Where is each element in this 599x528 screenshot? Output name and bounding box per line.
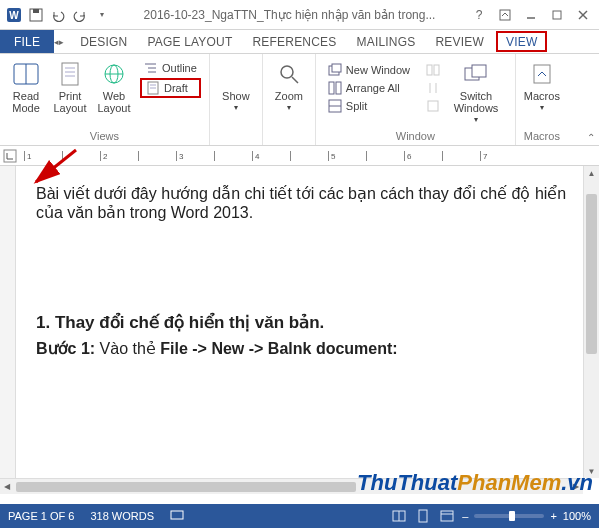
group-macros: Macros ▾ Macros bbox=[516, 54, 568, 145]
outline-label: Outline bbox=[162, 62, 197, 74]
svg-rect-27 bbox=[332, 64, 341, 72]
scroll-thumb-horizontal[interactable] bbox=[16, 482, 356, 492]
svg-rect-43 bbox=[419, 510, 427, 522]
collapse-ribbon-icon[interactable]: ⌃ bbox=[587, 132, 595, 143]
statusbar-web-layout-icon[interactable] bbox=[438, 507, 456, 525]
status-bar: PAGE 1 OF 6 318 WORDS – + 100% bbox=[0, 504, 599, 528]
ribbon-display-options-icon[interactable] bbox=[493, 5, 517, 25]
save-icon[interactable] bbox=[26, 5, 46, 25]
svg-rect-37 bbox=[534, 65, 550, 83]
print-layout-icon bbox=[59, 60, 81, 88]
step-text: Vào thẻ bbox=[95, 340, 160, 357]
print-layout-button[interactable]: Print Layout bbox=[48, 56, 92, 128]
svg-rect-29 bbox=[336, 82, 341, 94]
show-button[interactable]: Show ▾ bbox=[214, 56, 258, 140]
zoom-button[interactable]: Zoom ▾ bbox=[267, 56, 311, 140]
tab-mailings[interactable]: MAILINGS bbox=[347, 30, 426, 53]
step-label: Bước 1: bbox=[36, 340, 95, 357]
statusbar-print-layout-icon[interactable] bbox=[414, 507, 432, 525]
vertical-ruler[interactable] bbox=[0, 166, 16, 488]
ribbon: Read Mode Print Layout Web Layout Outlin… bbox=[0, 54, 599, 146]
horizontal-ruler[interactable]: 1234567 bbox=[0, 146, 599, 166]
customize-qat-dropdown[interactable]: ▾ bbox=[92, 5, 112, 25]
undo-icon[interactable] bbox=[48, 5, 68, 25]
close-icon[interactable] bbox=[571, 5, 595, 25]
new-window-button[interactable]: New Window bbox=[324, 62, 414, 78]
svg-rect-11 bbox=[62, 63, 78, 85]
svg-rect-34 bbox=[428, 101, 438, 111]
status-page[interactable]: PAGE 1 OF 6 bbox=[8, 510, 74, 522]
zoom-label: Zoom bbox=[275, 90, 303, 102]
document-title: 2016-10-23_NgaTTN_Thực hiện nhập văn bản… bbox=[112, 8, 467, 22]
svg-rect-6 bbox=[553, 11, 561, 19]
zoom-out-button[interactable]: – bbox=[462, 510, 468, 522]
help-icon[interactable]: ? bbox=[467, 5, 491, 25]
scroll-left-icon[interactable]: ◀ bbox=[0, 482, 14, 491]
svg-rect-38 bbox=[4, 150, 16, 162]
reset-window-button[interactable] bbox=[422, 98, 444, 114]
views-group-label: Views bbox=[4, 128, 205, 143]
outline-button[interactable]: Outline bbox=[140, 60, 201, 76]
tab-view[interactable]: VIEW bbox=[496, 31, 547, 52]
zoom-in-button[interactable]: + bbox=[550, 510, 556, 522]
tab-review[interactable]: REVIEW bbox=[425, 30, 494, 53]
document-step: Bước 1: Vào thẻ File -> New -> Balnk doc… bbox=[36, 339, 579, 358]
vertical-scrollbar[interactable]: ▲ ▼ bbox=[583, 166, 599, 478]
tab-selector-icon[interactable] bbox=[3, 149, 17, 163]
switch-windows-button[interactable]: Switch Windows ▾ bbox=[448, 56, 504, 128]
group-window: New Window Arrange All Split Switch Wind… bbox=[316, 54, 516, 145]
watermark-part1: ThuThuat bbox=[357, 470, 457, 495]
scroll-thumb-vertical[interactable] bbox=[586, 194, 597, 354]
status-words[interactable]: 318 WORDS bbox=[90, 510, 154, 522]
tab-references[interactable]: REFERENCES bbox=[243, 30, 347, 53]
svg-rect-32 bbox=[427, 65, 432, 75]
watermark-part3: .vn bbox=[561, 470, 593, 495]
arrange-all-label: Arrange All bbox=[346, 82, 400, 94]
tab-design[interactable]: DESIGN bbox=[70, 30, 137, 53]
svg-rect-4 bbox=[500, 10, 510, 20]
chevron-down-icon: ▾ bbox=[287, 102, 291, 114]
arrange-all-button[interactable]: Arrange All bbox=[324, 80, 414, 96]
zoom-slider-knob[interactable] bbox=[509, 511, 515, 521]
tab-file[interactable]: FILE bbox=[0, 30, 54, 53]
minimize-icon[interactable] bbox=[519, 5, 543, 25]
watermark-part2: PhanMem bbox=[457, 470, 561, 495]
draft-icon bbox=[146, 81, 160, 95]
scroll-up-icon[interactable]: ▲ bbox=[584, 166, 599, 180]
view-side-by-side-button[interactable] bbox=[422, 62, 444, 78]
draft-button[interactable]: Draft bbox=[140, 78, 201, 98]
switch-windows-label: Switch Windows bbox=[448, 90, 504, 114]
word-app-icon[interactable]: W bbox=[4, 5, 24, 25]
read-mode-button[interactable]: Read Mode bbox=[4, 56, 48, 128]
sync-scroll-button[interactable] bbox=[422, 80, 444, 96]
ribbon-tabs: FILE ◂▸ DESIGN PAGE LAYOUT REFERENCES MA… bbox=[0, 30, 599, 54]
quick-access-toolbar: W ▾ bbox=[4, 5, 112, 25]
read-mode-icon bbox=[13, 60, 39, 88]
group-zoom: Zoom ▾ bbox=[263, 54, 316, 145]
statusbar-read-mode-icon[interactable] bbox=[390, 507, 408, 525]
split-label: Split bbox=[346, 100, 367, 112]
zoom-slider[interactable] bbox=[474, 514, 544, 518]
status-language-icon[interactable] bbox=[170, 508, 184, 524]
group-show: Show ▾ bbox=[210, 54, 263, 145]
macros-button[interactable]: Macros ▾ bbox=[520, 56, 564, 128]
title-bar: W ▾ 2016-10-23_NgaTTN_Thực hiện nhập văn… bbox=[0, 0, 599, 30]
svg-rect-33 bbox=[434, 65, 439, 75]
web-layout-button[interactable]: Web Layout bbox=[92, 56, 136, 128]
split-button[interactable]: Split bbox=[324, 98, 414, 114]
watermark: ThuThuatPhanMem.vn bbox=[357, 470, 593, 496]
document-page[interactable]: Bài viết dưới đây hướng dẫn chi tiết tới… bbox=[16, 166, 599, 488]
svg-rect-36 bbox=[472, 65, 486, 77]
web-layout-icon bbox=[102, 60, 126, 88]
new-window-icon bbox=[328, 63, 342, 77]
tab-page-layout[interactable]: PAGE LAYOUT bbox=[137, 30, 242, 53]
document-heading: 1. Thay đổi chế độ hiển thị văn bản. bbox=[36, 312, 579, 333]
step-path: File -> New -> Balnk document: bbox=[160, 340, 397, 357]
redo-icon[interactable] bbox=[70, 5, 90, 25]
chevron-down-icon: ▾ bbox=[234, 102, 238, 114]
reset-window-icon bbox=[426, 99, 440, 113]
zoom-level[interactable]: 100% bbox=[563, 510, 591, 522]
svg-line-25 bbox=[292, 77, 298, 83]
maximize-icon[interactable] bbox=[545, 5, 569, 25]
hidden-tabs-left[interactable]: ◂▸ bbox=[54, 30, 70, 53]
